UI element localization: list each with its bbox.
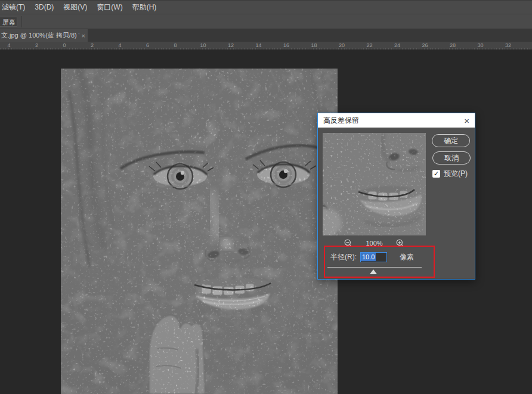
- radius-label: 半径(R):: [330, 252, 357, 262]
- document-tab[interactable]: 文.jpg @ 100%(蓝 拷贝/8) * ×: [0, 29, 88, 42]
- ruler-number: 24: [394, 42, 400, 48]
- tab-bar: 文.jpg @ 100%(蓝 拷贝/8) * ×: [0, 29, 532, 42]
- menu-bar: 滤镜(T)3D(D)视图(V)窗口(W)帮助(H): [0, 0, 532, 14]
- ruler-number: 22: [366, 42, 372, 48]
- ruler-number: 12: [228, 42, 234, 48]
- radius-input[interactable]: 10.0: [360, 252, 387, 262]
- ruler-number: 28: [450, 42, 456, 48]
- radius-unit-label: 像素: [400, 252, 414, 262]
- menu-item[interactable]: 窗口(W): [92, 1, 127, 14]
- radius-row: 半径(R): 10.0 像素: [330, 252, 414, 262]
- preview-checkbox-label: 预览(P): [444, 169, 468, 179]
- ruler-number: 4: [118, 42, 121, 48]
- ruler-number: 0: [63, 42, 66, 48]
- ruler-number: 4: [7, 42, 10, 48]
- dialog-titlebar[interactable]: 高反差保留 ×: [318, 113, 475, 128]
- ruler-number: 2: [91, 42, 94, 48]
- menu-item[interactable]: 视图(V): [58, 1, 92, 14]
- tab-close-icon[interactable]: ×: [82, 32, 85, 39]
- radius-slider-track[interactable]: [327, 267, 422, 268]
- document-tab-title: 文.jpg @ 100%(蓝 拷贝/8) *: [1, 31, 79, 40]
- ruler-number: 30: [477, 42, 483, 48]
- ruler-number: 32: [505, 42, 511, 48]
- zoom-in-icon[interactable]: [396, 239, 404, 247]
- ruler-number: 16: [283, 42, 289, 48]
- ruler-number: 8: [174, 42, 177, 48]
- ok-button[interactable]: 确定: [432, 134, 470, 147]
- ruler-number: 10: [200, 42, 206, 48]
- filter-preview-thumbnail[interactable]: [323, 133, 426, 235]
- ruler-number: 14: [255, 42, 261, 48]
- ruler-number: 18: [311, 42, 317, 48]
- canvas-area: 高反差保留 ×: [0, 49, 532, 394]
- ruler-number: 20: [339, 42, 345, 48]
- preview-zoom-controls: 100%: [323, 238, 426, 247]
- document-image: [61, 69, 338, 394]
- zoom-out-icon[interactable]: [344, 239, 352, 247]
- menu-item[interactable]: 3D(D): [30, 1, 58, 14]
- menu-item[interactable]: 滤镜(T): [0, 1, 30, 14]
- ruler-number: 2: [35, 42, 38, 48]
- high-pass-dialog: 高反差保留 ×: [317, 113, 475, 280]
- cancel-button[interactable]: 取消: [432, 151, 471, 165]
- preview-zoom-level: 100%: [366, 240, 382, 247]
- dialog-close-icon[interactable]: ×: [464, 116, 469, 125]
- radius-input-selected-text: 10.0: [361, 253, 376, 261]
- dialog-body: 确定 取消 ✓ 预览(P) 100%: [318, 128, 475, 279]
- radius-slider-thumb[interactable]: [370, 269, 377, 274]
- ruler-number: 6: [146, 42, 149, 48]
- toolbar-separator: [21, 16, 22, 27]
- radius-slider[interactable]: [327, 267, 422, 274]
- menu-item[interactable]: 帮助(H): [128, 1, 162, 14]
- dialog-title: 高反差保留: [323, 116, 464, 126]
- screen-mode-button[interactable]: 屏幕: [0, 17, 17, 27]
- options-toolbar: 屏幕: [0, 14, 532, 29]
- ruler-number: 26: [422, 42, 428, 48]
- preview-checkbox[interactable]: ✓: [432, 170, 440, 178]
- preview-checkbox-row: ✓ 预览(P): [432, 169, 468, 179]
